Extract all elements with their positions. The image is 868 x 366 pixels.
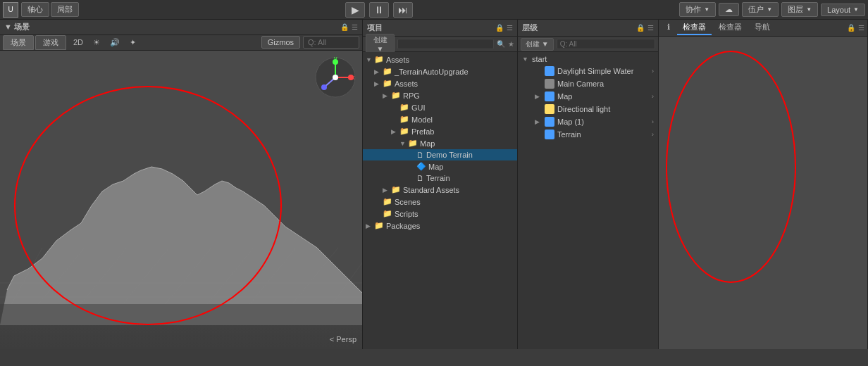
tree-icon: 📁 (391, 185, 401, 194)
hier-icon (545, 92, 554, 101)
scene-tabs: 场景 游戏 (3, 35, 66, 50)
hierarchy-header: 层级 🔒 ☰ (518, 20, 658, 37)
project-create-btn[interactable]: 创建 ▼ (366, 34, 395, 54)
tree-label: GUI (411, 103, 426, 112)
project-search[interactable] (397, 39, 494, 49)
axis-widget: y x (314, 56, 356, 99)
layout-btn[interactable]: Layout (821, 4, 865, 16)
account-btn[interactable]: 伍户 (742, 2, 779, 17)
unity-logo: U (3, 2, 18, 18)
scene-search[interactable] (303, 36, 359, 49)
hierarchy-create-btn[interactable]: 创建 ▼ (521, 38, 554, 51)
tree-item-terrain-auto[interactable]: ▶ 📁 _TerrainAutoUpgrade (363, 65, 517, 77)
tree-item-rpg[interactable]: ▶ 📁 RPG (363, 89, 517, 101)
hier-item-map-hier[interactable]: ▶ Map › (518, 90, 658, 103)
pivot-btn[interactable]: 轴心 (21, 2, 49, 17)
tree-item-model[interactable]: 📁 Model (363, 113, 517, 125)
tree-item-map-folder[interactable]: ▼ 📁 Map (363, 137, 517, 149)
pause-btn[interactable]: ⏸ (369, 2, 389, 18)
hier-label: Main Camera (557, 80, 604, 88)
hier-item-dir-light[interactable]: Directional light (518, 103, 658, 115)
tree-label: Assets (395, 80, 418, 88)
project-fav-icon[interactable]: ★ (508, 40, 514, 48)
hier-item-map-1[interactable]: ▶ Map (1) › (518, 115, 658, 128)
hier-item-left: ▶ Map (522, 92, 572, 101)
step-btn[interactable]: ⏭ (393, 2, 413, 18)
play-btn[interactable]: ▶ (345, 2, 365, 18)
hier-icon (545, 104, 554, 114)
hier-chevron: › (652, 93, 654, 100)
tree-label: Prefab (411, 127, 434, 136)
tree-icon: 📁 (399, 127, 409, 136)
tree-label: Packages (386, 222, 420, 230)
project-tree: ▼ 📁 Assets ▶ 📁 _TerrainAutoUpgrade ▶ 📁 A… (363, 52, 517, 349)
tree-icon: 📁 (399, 103, 409, 112)
inspector-preview-svg (659, 37, 867, 349)
tree-label: Standard Assets (403, 186, 459, 194)
svg-point-23 (348, 75, 354, 80)
hierarchy-search[interactable] (557, 39, 655, 49)
persp-label: < Persp (330, 335, 356, 343)
hier-icon (545, 130, 554, 139)
scene-root-item[interactable]: ▼ start (518, 53, 658, 65)
project-menu-icon: ☰ (507, 24, 513, 32)
hier-label: Terrain (557, 130, 581, 139)
tab-game[interactable]: 游戏 (35, 35, 66, 50)
scene-root-label: start (532, 55, 547, 63)
tab-scene[interactable]: 场景 (3, 35, 34, 50)
project-panel: 项目 🔒 ☰ 创建 ▼ 🔍 ★ ▼ 📁 Assets ▶ 📁 _TerrainA… (363, 20, 518, 349)
hier-label: Directional light (557, 105, 610, 113)
hier-label: Daylight Simple Water (557, 67, 633, 75)
tree-icon: 📁 (374, 55, 384, 64)
tree-icon: 🗋 (416, 174, 424, 182)
tree-item-assets-root[interactable]: ▼ 📁 Assets (363, 53, 517, 65)
tree-icon: 🗋 (416, 151, 424, 159)
collaborate-btn[interactable]: 协作 (679, 2, 716, 17)
svg-rect-25 (659, 37, 867, 349)
global-btn[interactable]: 局部 (51, 2, 79, 17)
tree-item-scripts[interactable]: 📁 Scripts (363, 208, 517, 220)
tree-item-standard-assets[interactable]: ▶ 📁 Standard Assets (363, 184, 517, 196)
scene-view: ▼ 场景 🔒 ☰ 场景 游戏 2D ☀ 🔊 ✦ Gizmos (0, 20, 363, 349)
tree-icon: 📁 (374, 221, 384, 230)
scene-panel-icons: 🔒 ☰ (340, 23, 358, 31)
project-search-icon[interactable]: 🔍 (497, 40, 505, 48)
gizmos-btn[interactable]: Gizmos (261, 36, 300, 49)
hier-item-left: Main Camera (522, 79, 604, 89)
tree-label: _TerrainAutoUpgrade (395, 68, 469, 76)
hierarchy-toolbar: 创建 ▼ (518, 37, 658, 52)
btn-2d[interactable]: 2D (70, 37, 86, 47)
layers-btn[interactable]: 图层 (781, 2, 818, 17)
project-lock-icon: 🔒 (495, 24, 504, 32)
tree-label: RPG (403, 92, 420, 100)
tree-label: Map (420, 139, 435, 148)
inspector-panel: ℹ 检查器 检查器 导航 🔒 ☰ (659, 20, 868, 349)
tree-item-gui[interactable]: 📁 GUI (363, 101, 517, 113)
tab-inspector[interactable]: 检查器 (677, 20, 712, 35)
tree-item-prefab[interactable]: ▶ 📁 Prefab (363, 125, 517, 137)
tab-inspector-icon[interactable]: ℹ (662, 21, 676, 34)
tab-inspector2[interactable]: 检查器 (713, 20, 748, 35)
btn-fx[interactable]: ✦ (127, 37, 139, 48)
project-toolbar: 创建 ▼ 🔍 ★ (363, 37, 517, 52)
tree-item-scenes[interactable]: 📁 Scenes (363, 196, 517, 208)
tree-item-demo-terrain[interactable]: 🗋 Demo Terrain (363, 149, 517, 160)
tree-item-terrain-file[interactable]: 🗋 Terrain (363, 172, 517, 184)
tree-item-map-file[interactable]: 🔷 Map (363, 160, 517, 172)
hier-item-daylight[interactable]: Daylight Simple Water › (518, 65, 658, 77)
tab-nav[interactable]: 导航 (749, 20, 776, 35)
tree-icon: 📁 (383, 197, 392, 206)
hier-item-terrain-hier[interactable]: Terrain › (518, 128, 658, 141)
project-icons: 🔒 ☰ (495, 24, 513, 32)
btn-sound[interactable]: 🔊 (107, 37, 123, 48)
cloud-btn[interactable]: ☁ (719, 3, 739, 16)
hier-chevron: › (652, 131, 654, 138)
tree-label: Map (428, 163, 443, 171)
tree-item-assets-sub[interactable]: ▶ 📁 Assets (363, 77, 517, 89)
top-bar: U 轴心 局部 ▶ ⏸ ⏭ 协作 ☁ 伍户 图层 Layout (0, 0, 868, 20)
tree-item-packages[interactable]: ▶ 📁 Packages (363, 220, 517, 232)
hierarchy-tree: ▼ start Daylight Simple Water › Main Cam… (518, 52, 658, 349)
btn-light[interactable]: ☀ (90, 37, 103, 48)
hierarchy-menu-icon: ☰ (647, 24, 654, 32)
hier-item-main-camera[interactable]: Main Camera (518, 77, 658, 90)
